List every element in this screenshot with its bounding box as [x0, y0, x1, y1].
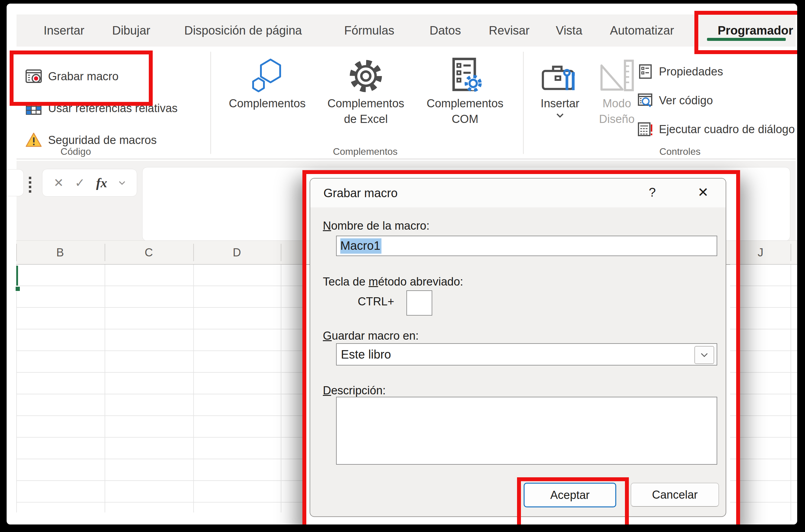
column-header-b[interactable]: B [48, 241, 72, 264]
properties-button[interactable]: Propiedades [637, 62, 723, 80]
design-mode-icon [597, 57, 636, 96]
ribbon-bottom-divider [17, 159, 796, 159]
insert-function-icon[interactable]: fx [96, 175, 107, 191]
dialog-title: Grabar macro [323, 186, 398, 200]
group-divider [523, 52, 524, 154]
com-addins-icon [445, 57, 484, 96]
group-label-controles: Controles [650, 146, 710, 157]
view-code-icon [637, 93, 653, 108]
addins-button[interactable]: Complementos [219, 49, 315, 148]
column-header-c[interactable]: C [137, 241, 161, 264]
cancel-button[interactable]: Cancelar [631, 483, 719, 507]
design-mode-label-1: Modo [602, 96, 631, 111]
tab-datos[interactable]: Datos [429, 15, 461, 46]
ribbon-tab-strip: Insertar Dibujar Disposición de página F… [17, 15, 796, 46]
properties-icon [637, 64, 653, 79]
tab-programador[interactable]: Programador [710, 15, 797, 46]
view-code-label: Ver código [659, 94, 713, 107]
record-macro-icon [25, 68, 42, 85]
insert-controls-button[interactable]: Insertar [532, 49, 589, 148]
properties-label: Propiedades [659, 65, 723, 78]
group-label-complementos: Complementos [329, 146, 401, 157]
relative-references-label: Usar referencias relativas [48, 102, 178, 115]
run-dialog-icon [637, 121, 653, 137]
run-dialog-label: Ejecutar cuadro de diálogo [659, 123, 795, 136]
active-tab-underline [707, 38, 786, 41]
com-addins-label-1: Complementos [426, 96, 503, 111]
fill-handle[interactable] [15, 286, 20, 291]
macro-name-input[interactable]: Macro1 [336, 236, 717, 256]
cancel-entry-icon[interactable]: ✕ [54, 176, 64, 190]
view-code-button[interactable]: Ver código [637, 91, 713, 109]
sheet-grid-right[interactable] [730, 265, 797, 521]
help-icon[interactable]: ? [643, 185, 661, 200]
ctrl-prefix-label: CTRL+ [358, 295, 394, 308]
column-header-j[interactable]: J [748, 241, 772, 264]
record-macro-dialog: Grabar macro ? ✕ Nombre de la macro: Mac… [310, 178, 726, 517]
record-macro-button[interactable]: Grabar macro [25, 67, 118, 86]
macro-name-label: Nombre de la macro: [323, 220, 429, 232]
excel-addins-button[interactable]: Complementos de Excel [317, 49, 415, 148]
com-addins-button[interactable]: Complementos COM [416, 49, 515, 148]
addins-hexagons-icon [248, 57, 287, 96]
selected-cell-border [16, 266, 18, 286]
close-icon[interactable]: ✕ [693, 185, 714, 200]
chevron-down-icon [556, 113, 564, 118]
formula-bar-grip-icon[interactable] [29, 177, 31, 193]
group-label-codigo: Código [46, 146, 106, 157]
shortcut-key-input[interactable] [406, 290, 432, 316]
tab-revisar[interactable]: Revisar [489, 15, 530, 46]
tab-dibujar[interactable]: Dibujar [112, 15, 150, 46]
design-mode-label-2: Diseño [599, 111, 635, 127]
relative-references-button[interactable]: Usar referencias relativas [25, 99, 178, 117]
macro-security-label: Seguridad de macros [48, 134, 157, 147]
addins-label: Complementos [229, 96, 306, 111]
shortcut-key-label: Tecla de método abreviado: [323, 275, 463, 288]
tab-insertar[interactable]: Insertar [43, 15, 84, 46]
store-macro-label: Guardar macro en: [323, 329, 419, 342]
chevron-down-icon[interactable] [118, 180, 126, 185]
tab-vista[interactable]: Vista [556, 15, 582, 46]
formula-bar-buttons: ✕ ✓ fx [42, 169, 137, 196]
record-macro-label: Grabar macro [48, 70, 118, 83]
insert-controls-label: Insertar [541, 96, 579, 111]
design-mode-button: Modo Diseño [590, 49, 644, 148]
store-macro-select[interactable]: Este libro [336, 343, 717, 365]
store-macro-value: Este libro [341, 348, 391, 361]
tab-formulas[interactable]: Fórmulas [344, 15, 395, 46]
excel-window: Insertar Dibujar Disposición de página F… [6, 4, 797, 525]
name-box[interactable] [6, 169, 24, 196]
accept-button[interactable]: Aceptar [524, 483, 616, 507]
excel-addins-label-1: Complementos [327, 96, 404, 111]
column-header-d[interactable]: D [225, 241, 249, 264]
macro-name-value: Macro1 [340, 238, 381, 254]
relative-references-icon [25, 100, 42, 117]
select-chevron-icon[interactable] [694, 346, 714, 364]
com-addins-label-2: COM [452, 111, 479, 127]
description-label: Descripción: [323, 384, 386, 397]
confirm-entry-icon[interactable]: ✓ [75, 176, 85, 190]
warning-triangle-icon [25, 132, 42, 149]
group-divider [210, 52, 211, 154]
tab-automatizar[interactable]: Automatizar [610, 15, 674, 46]
description-input[interactable] [336, 397, 717, 465]
tab-disposicion[interactable]: Disposición de página [184, 15, 302, 46]
run-dialog-button[interactable]: Ejecutar cuadro de diálogo [637, 120, 797, 138]
screenshot-frame: Insertar Dibujar Disposición de página F… [0, 0, 805, 532]
excel-addins-label-2: de Excel [344, 111, 388, 127]
sheet-grid-left[interactable] [16, 265, 303, 512]
gear-icon [346, 57, 385, 96]
toolbox-icon [540, 57, 579, 96]
